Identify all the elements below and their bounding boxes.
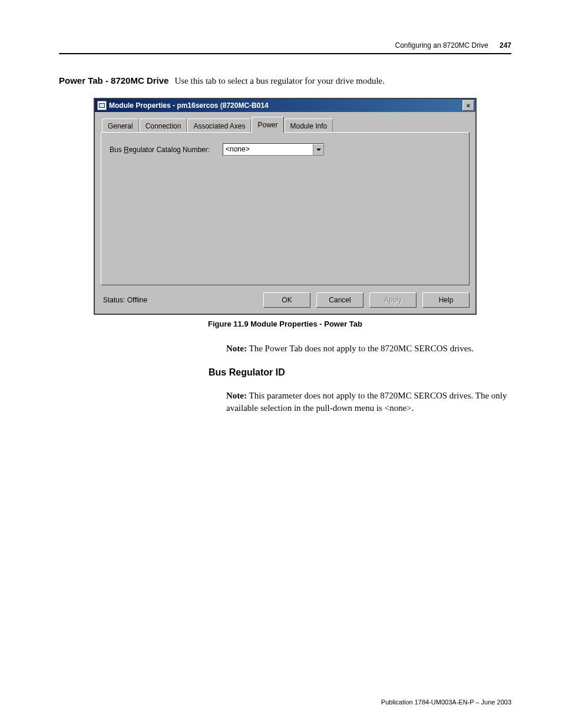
page-number: 247 [500,41,511,50]
status-label: Status: Offline [101,296,257,304]
section-intro: Use this tab to select a bus regulator f… [174,76,385,86]
cancel-button[interactable]: Cancel [316,292,363,308]
chevron-down-icon[interactable] [313,144,323,155]
header-rule [59,53,511,54]
tab-associated-axes[interactable]: Associated Axes [187,118,251,133]
section-heading: Power Tab - 8720MC Drive [59,75,168,85]
note-power-tab: Note: The Power Tab does not apply to th… [226,342,510,354]
power-tab-panel: Bus Regulator Catalog Number: <none> [101,132,470,285]
help-button[interactable]: Help [422,292,470,308]
tab-module-info[interactable]: Module Info [285,118,333,133]
close-icon[interactable]: × [462,100,474,111]
module-properties-dialog: Module Properties - pm16sercos (8720MC-B… [94,98,477,315]
tab-connection[interactable]: Connection [140,118,187,133]
tab-general[interactable]: General [102,118,139,133]
note-text: The Power Tab does not apply to the 8720… [247,344,474,353]
note-label-2: Note: [226,391,247,400]
app-icon [97,101,107,110]
note-bus-regulator: Note: This parameter does not apply to t… [226,390,510,414]
note-label: Note: [226,344,247,353]
section-row: Power Tab - 8720MC Drive Use this tab to… [59,75,511,86]
figure-caption: Figure 11.9 Module Properties - Power Ta… [59,319,511,328]
apply-button: Apply [369,292,416,308]
ok-button[interactable]: OK [263,292,310,308]
dialog-client: General Connection Associated Axes Power… [95,112,475,314]
dialog-title: Module Properties - pm16sercos (8720MC-B… [109,101,462,110]
titlebar: Module Properties - pm16sercos (8720MC-B… [95,99,475,112]
publication-footer: Publication 1784-UM003A-EN-P – June 2003 [381,699,511,706]
bus-regulator-row: Bus Regulator Catalog Number: <none> [110,143,461,156]
combo-value: <none> [223,144,313,155]
running-header: Configuring an 8720MC Drive 247 [59,41,511,50]
tabstrip: General Connection Associated Axes Power… [101,117,470,133]
sub-heading-bus-regulator-id: Bus Regulator ID [209,367,511,378]
note-text-2: This parameter does not apply to the 872… [226,391,507,412]
tab-power[interactable]: Power [252,117,283,133]
dialog-button-row: Status: Offline OK Cancel Apply Help [101,292,470,308]
bus-regulator-combo[interactable]: <none> [223,143,324,156]
bus-regulator-label: Bus Regulator Catalog Number: [110,146,216,154]
running-title: Configuring an 8720MC Drive [395,41,488,50]
